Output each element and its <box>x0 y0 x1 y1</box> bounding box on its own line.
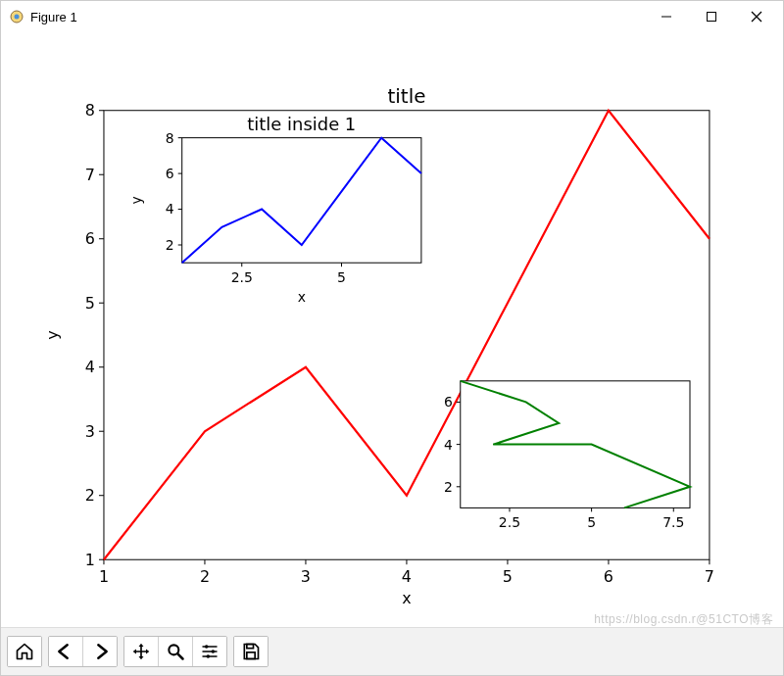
svg-text:title inside 1: title inside 1 <box>247 114 356 134</box>
svg-text:6: 6 <box>604 567 613 586</box>
svg-text:6: 6 <box>85 229 95 248</box>
window-icon <box>9 9 24 24</box>
svg-text:2: 2 <box>444 479 453 495</box>
svg-text:6: 6 <box>166 166 174 181</box>
svg-line-70 <box>177 653 182 658</box>
svg-text:8: 8 <box>166 130 174 146</box>
minimize-button[interactable] <box>644 1 689 32</box>
pan-button[interactable] <box>124 637 159 666</box>
window-titlebar: Figure 1 <box>1 1 783 32</box>
window-title: Figure 1 <box>30 10 77 24</box>
close-button[interactable] <box>734 1 779 32</box>
svg-text:x: x <box>402 589 411 607</box>
svg-text:5: 5 <box>85 294 95 313</box>
svg-point-72 <box>205 645 209 649</box>
svg-rect-78 <box>247 652 255 659</box>
zoom-button[interactable] <box>159 637 193 666</box>
svg-point-74 <box>212 650 216 653</box>
window-controls <box>644 1 779 32</box>
svg-text:5: 5 <box>337 269 346 285</box>
svg-text:8: 8 <box>85 101 95 120</box>
home-button[interactable] <box>8 637 41 666</box>
figure-canvas[interactable]: 123456712345678xytitle2.552468xytitle in… <box>1 32 783 628</box>
svg-rect-77 <box>247 645 254 649</box>
forward-button[interactable] <box>83 637 117 666</box>
svg-text:2: 2 <box>200 567 210 586</box>
configure-subplots-button[interactable] <box>193 637 226 666</box>
svg-text:4: 4 <box>444 437 453 453</box>
back-button[interactable] <box>49 637 83 666</box>
matplotlib-toolbar <box>1 627 783 675</box>
svg-text:title: title <box>387 85 425 108</box>
svg-point-76 <box>207 654 211 658</box>
inset-axes-2: 2.557.5246 <box>444 381 690 531</box>
svg-text:y: y <box>43 330 62 339</box>
svg-rect-3 <box>708 13 716 22</box>
svg-text:1: 1 <box>85 551 95 569</box>
svg-text:4: 4 <box>402 567 412 586</box>
svg-text:4: 4 <box>85 358 95 376</box>
app-window: Figure 1 123456712345678xytitle2.552468x… <box>0 0 784 676</box>
svg-text:3: 3 <box>301 567 311 586</box>
svg-text:4: 4 <box>166 201 174 217</box>
svg-text:7: 7 <box>705 567 714 586</box>
svg-text:2.5: 2.5 <box>231 269 253 285</box>
svg-text:3: 3 <box>85 422 95 441</box>
svg-text:6: 6 <box>444 394 453 410</box>
svg-text:y: y <box>128 196 144 204</box>
svg-text:7: 7 <box>85 166 95 184</box>
svg-text:1: 1 <box>99 567 109 586</box>
svg-text:2.5: 2.5 <box>499 514 520 530</box>
svg-text:2: 2 <box>85 486 95 505</box>
svg-text:2: 2 <box>166 237 174 253</box>
svg-text:7.5: 7.5 <box>662 514 684 530</box>
svg-point-1 <box>15 15 20 20</box>
maximize-button[interactable] <box>689 1 734 32</box>
save-button[interactable] <box>234 637 268 666</box>
svg-text:x: x <box>298 289 306 305</box>
svg-text:5: 5 <box>503 567 513 586</box>
svg-text:5: 5 <box>587 514 596 530</box>
